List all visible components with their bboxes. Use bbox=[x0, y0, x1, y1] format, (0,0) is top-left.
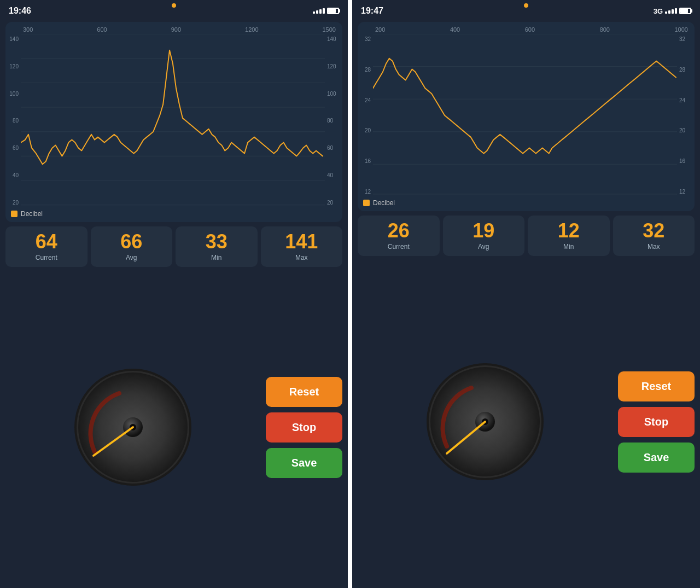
orange-dot-right bbox=[524, 3, 528, 8]
stop-button-right[interactable]: Stop bbox=[618, 407, 695, 437]
gauge-wrapper-right bbox=[358, 362, 612, 482]
chart-svg-right bbox=[373, 34, 677, 197]
stat-value-avg-left: 66 bbox=[94, 232, 170, 252]
sig3 bbox=[319, 9, 322, 14]
save-button-left[interactable]: Save bbox=[266, 448, 342, 478]
stat-value-avg-right: 19 bbox=[446, 221, 522, 241]
gauge-area-left: Reset Stop Save bbox=[0, 272, 348, 588]
x-labels-left: 300 600 900 1200 1500 bbox=[5, 26, 340, 33]
battery-fill-left bbox=[328, 9, 336, 13]
chart-wrapper-right: 32 28 24 20 16 12 bbox=[358, 34, 692, 197]
x-labels-right: 200 400 600 800 1000 bbox=[358, 26, 692, 33]
y-labels-left-r: 32 28 24 20 16 12 bbox=[358, 34, 373, 197]
stat-label-avg-right: Avg bbox=[446, 243, 522, 251]
right-panel: 19:47 3G 200 400 600 800 1000 32 28 bbox=[352, 0, 700, 588]
stop-button-left[interactable]: Stop bbox=[266, 412, 342, 443]
y-labels-left-l: 140 120 100 80 60 40 20 bbox=[5, 34, 21, 208]
network-label-right: 3G bbox=[654, 7, 663, 15]
stats-row-left: 64 Current 66 Avg 33 Min 141 Max bbox=[0, 226, 348, 267]
stat-current-right: 26 Current bbox=[358, 216, 440, 256]
y-labels-right-r: 32 28 24 20 16 12 bbox=[677, 34, 692, 197]
signal-right bbox=[665, 8, 677, 14]
stats-row-right: 26 Current 19 Avg 12 Min 32 Max bbox=[352, 216, 700, 256]
stat-label-max-left: Max bbox=[264, 254, 340, 261]
battery-left bbox=[327, 8, 339, 14]
gauge-area-right: Reset Stop Save bbox=[352, 261, 700, 588]
stat-label-min-left: Min bbox=[179, 254, 254, 261]
stat-value-max-right: 32 bbox=[616, 221, 692, 241]
sig2r bbox=[668, 10, 670, 14]
buttons-col-right: Reset Stop Save bbox=[618, 371, 695, 473]
reset-button-right[interactable]: Reset bbox=[618, 371, 695, 401]
stat-label-current-left: Current bbox=[9, 254, 84, 261]
chart-svg-el-right bbox=[373, 34, 677, 197]
chart-legend-left: Decibel bbox=[5, 208, 340, 218]
sig4 bbox=[323, 8, 325, 14]
gauge-svg-right bbox=[425, 362, 545, 482]
stat-label-max-right: Max bbox=[616, 243, 692, 251]
stat-value-current-left: 64 bbox=[9, 232, 84, 252]
time-left: 19:46 bbox=[9, 6, 31, 16]
legend-label-right: Decibel bbox=[373, 199, 395, 207]
stat-value-min-right: 12 bbox=[531, 221, 606, 241]
sig1 bbox=[313, 11, 315, 14]
stat-max-right: 32 Max bbox=[613, 216, 695, 256]
chart-legend-right: Decibel bbox=[358, 197, 692, 207]
stat-value-max-left: 141 bbox=[264, 232, 340, 252]
chart-wrapper-left: 140 120 100 80 60 40 20 bbox=[5, 34, 340, 208]
stat-value-current-right: 26 bbox=[361, 221, 436, 241]
battery-right bbox=[679, 8, 691, 14]
time-right: 19:47 bbox=[361, 6, 383, 16]
gauge-wrapper-left bbox=[5, 367, 260, 487]
save-button-right[interactable]: Save bbox=[618, 443, 695, 473]
battery-fill-right bbox=[680, 9, 688, 13]
stat-value-min-left: 33 bbox=[179, 232, 254, 252]
stat-min-right: 12 Min bbox=[528, 216, 610, 256]
orange-dot-left bbox=[172, 3, 176, 8]
buttons-col-left: Reset Stop Save bbox=[266, 377, 342, 478]
stat-avg-right: 19 Avg bbox=[443, 216, 525, 256]
stat-min-left: 33 Min bbox=[176, 226, 258, 267]
divider bbox=[348, 0, 352, 588]
status-right-r: 3G bbox=[654, 7, 691, 15]
chart-svg-el-left bbox=[21, 34, 325, 208]
reset-button-left[interactable]: Reset bbox=[266, 377, 342, 407]
legend-box-right bbox=[363, 200, 370, 206]
sig2 bbox=[316, 10, 318, 14]
chart-svg-left bbox=[21, 34, 325, 208]
sig3r bbox=[672, 9, 674, 14]
status-right-left bbox=[313, 8, 339, 14]
signal-left bbox=[313, 8, 325, 14]
legend-label-left: Decibel bbox=[21, 210, 43, 218]
stat-avg-left: 66 Avg bbox=[91, 226, 173, 267]
chart-container-left: 300 600 900 1200 1500 140 120 100 80 60 … bbox=[5, 22, 342, 222]
sig1r bbox=[665, 11, 667, 14]
gauge-svg-left bbox=[73, 367, 193, 487]
stat-max-left: 141 Max bbox=[261, 226, 343, 267]
y-labels-right-l: 140 120 100 80 60 40 20 bbox=[325, 34, 340, 208]
stat-current-left: 64 Current bbox=[5, 226, 88, 267]
legend-box-left bbox=[11, 211, 18, 217]
left-panel: 19:46 300 600 900 1200 1500 140 120 bbox=[0, 0, 348, 588]
chart-container-right: 200 400 600 800 1000 32 28 24 20 16 12 bbox=[358, 22, 695, 211]
stat-label-avg-left: Avg bbox=[94, 254, 170, 261]
stat-label-min-right: Min bbox=[531, 243, 606, 251]
sig4r bbox=[675, 8, 677, 14]
stat-label-current-right: Current bbox=[361, 243, 436, 251]
